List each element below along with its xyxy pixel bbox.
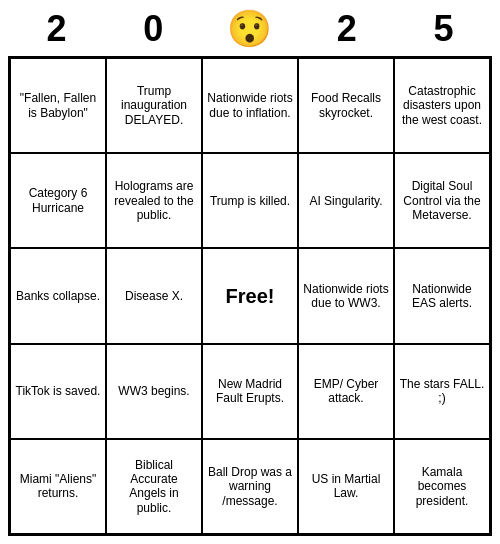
cell-r1-c4: Digital Soul Control via the Metaverse. (394, 153, 490, 248)
cell-text-r4-c0: Miami "Aliens" returns. (15, 472, 101, 501)
cell-r4-c0: Miami "Aliens" returns. (10, 439, 106, 534)
cell-text-r1-c2: Trump is killed. (210, 194, 290, 208)
cell-r3-c2: New Madrid Fault Erupts. (202, 344, 298, 439)
cell-r3-c4: The stars FALL. ;) (394, 344, 490, 439)
cell-text-r0-c1: Trump inauguration DELAYED. (111, 84, 197, 127)
cell-text-r0-c4: Catastrophic disasters upon the west coa… (399, 84, 485, 127)
cell-text-r2-c2: Free! (226, 284, 275, 308)
cell-text-r2-c0: Banks collapse. (16, 289, 100, 303)
cell-r3-c1: WW3 begins. (106, 344, 202, 439)
cell-r2-c2: Free! (202, 248, 298, 343)
cell-text-r3-c2: New Madrid Fault Erupts. (207, 377, 293, 406)
cell-r3-c3: EMP/ Cyber attack. (298, 344, 394, 439)
cell-text-r0-c3: Food Recalls skyrocket. (303, 91, 389, 120)
cell-text-r0-c0: "Fallen, Fallen is Babylon" (15, 91, 101, 120)
cell-text-r2-c4: Nationwide EAS alerts. (399, 282, 485, 311)
cell-r1-c0: Category 6 Hurricane (10, 153, 106, 248)
bingo-grid: "Fallen, Fallen is Babylon"Trump inaugur… (8, 56, 492, 536)
cell-r0-c4: Catastrophic disasters upon the west coa… (394, 58, 490, 153)
cell-text-r4-c4: Kamala becomes president. (399, 465, 485, 508)
cell-text-r1-c3: AI Singularity. (309, 194, 382, 208)
header-col-3: 😯 (202, 8, 299, 50)
cell-r1-c2: Trump is killed. (202, 153, 298, 248)
cell-text-r2-c1: Disease X. (125, 289, 183, 303)
cell-r2-c4: Nationwide EAS alerts. (394, 248, 490, 343)
cell-text-r3-c3: EMP/ Cyber attack. (303, 377, 389, 406)
cell-r2-c3: Nationwide riots due to WW3. (298, 248, 394, 343)
cell-text-r3-c4: The stars FALL. ;) (399, 377, 485, 406)
cell-text-r2-c3: Nationwide riots due to WW3. (303, 282, 389, 311)
header-col-1: 2 (8, 8, 105, 50)
header-col-2: 0 (105, 8, 202, 50)
cell-r4-c4: Kamala becomes president. (394, 439, 490, 534)
cell-text-r3-c0: TikTok is saved. (16, 384, 101, 398)
cell-r0-c2: Nationwide riots due to inflation. (202, 58, 298, 153)
cell-r0-c0: "Fallen, Fallen is Babylon" (10, 58, 106, 153)
cell-r3-c0: TikTok is saved. (10, 344, 106, 439)
cell-r0-c3: Food Recalls skyrocket. (298, 58, 394, 153)
cell-r1-c1: Holograms are revealed to the public. (106, 153, 202, 248)
cell-r4-c2: Ball Drop was a warning /message. (202, 439, 298, 534)
cell-r1-c3: AI Singularity. (298, 153, 394, 248)
header-col-4: 2 (298, 8, 395, 50)
cell-text-r4-c2: Ball Drop was a warning /message. (207, 465, 293, 508)
cell-text-r1-c4: Digital Soul Control via the Metaverse. (399, 179, 485, 222)
cell-text-r4-c1: Biblical Accurate Angels in public. (111, 458, 197, 516)
header-col-5: 5 (395, 8, 492, 50)
cell-r4-c3: US in Martial Law. (298, 439, 394, 534)
cell-text-r1-c0: Category 6 Hurricane (15, 186, 101, 215)
bingo-header: 2 0 😯 2 5 (8, 8, 492, 50)
cell-text-r4-c3: US in Martial Law. (303, 472, 389, 501)
cell-text-r3-c1: WW3 begins. (118, 384, 189, 398)
cell-r4-c1: Biblical Accurate Angels in public. (106, 439, 202, 534)
cell-r2-c1: Disease X. (106, 248, 202, 343)
cell-text-r0-c2: Nationwide riots due to inflation. (207, 91, 293, 120)
cell-r2-c0: Banks collapse. (10, 248, 106, 343)
cell-r0-c1: Trump inauguration DELAYED. (106, 58, 202, 153)
cell-text-r1-c1: Holograms are revealed to the public. (111, 179, 197, 222)
